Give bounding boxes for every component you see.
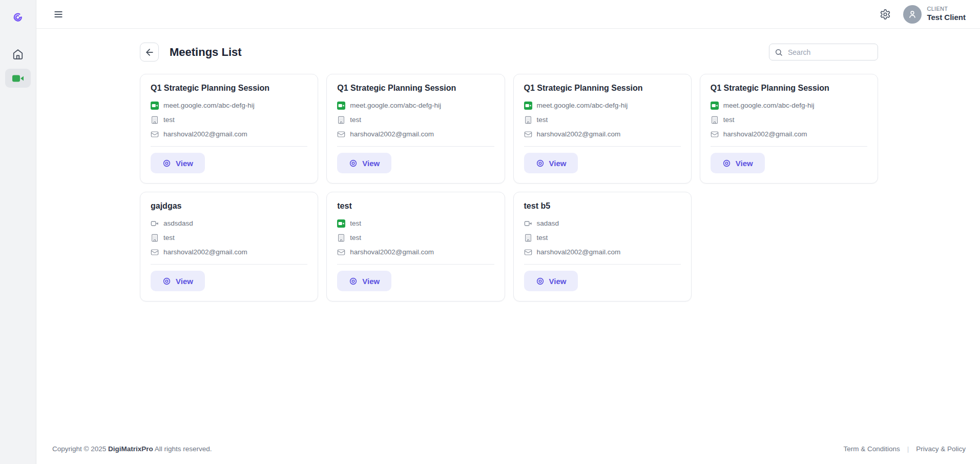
meeting-email-text: harshoval2002@gmail.com — [537, 247, 621, 257]
topbar-right: CLIENT Test Client — [879, 5, 966, 24]
meeting-email-row: harshoval2002@gmail.com — [151, 129, 307, 139]
eye-icon — [536, 277, 545, 286]
view-button-label: View — [362, 159, 380, 168]
mail-icon — [151, 130, 159, 138]
building-icon — [337, 116, 345, 124]
meeting-link-text: sadasd — [537, 218, 559, 228]
meeting-title: Q1 Strategic Planning Session — [151, 84, 307, 93]
privacy-link[interactable]: Privacy & Policy — [916, 445, 966, 453]
card-divider — [524, 264, 681, 265]
footer-brand: DigiMatrixPro — [108, 445, 153, 453]
terms-link[interactable]: Term & Conditions — [843, 445, 900, 453]
meeting-organization-text: test — [163, 115, 175, 125]
view-button[interactable]: View — [524, 153, 578, 173]
building-icon — [337, 234, 345, 242]
meeting-link-text: meet.google.com/abc-defg-hij — [350, 100, 441, 110]
building-icon — [151, 116, 159, 124]
view-button[interactable]: View — [337, 153, 391, 173]
meeting-card: test b5 sadasd test — [513, 192, 692, 301]
meeting-organization-row: test — [151, 233, 307, 243]
card-divider — [524, 146, 681, 147]
meeting-organization-row: test — [711, 115, 867, 125]
building-icon — [524, 116, 532, 124]
meeting-title: gajdgas — [151, 201, 307, 211]
meeting-link-text: meet.google.com/abc-defg-hij — [537, 100, 628, 110]
eye-icon — [162, 277, 171, 286]
meeting-link-row: meet.google.com/abc-defg-hij — [337, 100, 494, 110]
meet-video-icon — [524, 102, 532, 110]
sidebar-nav — [5, 44, 31, 88]
digimatrixpro-swirl-logo — [12, 11, 24, 24]
meeting-title: test b5 — [524, 201, 681, 211]
view-button[interactable]: View — [151, 153, 205, 173]
search-box — [769, 44, 878, 60]
meetings-grid: Q1 Strategic Planning Session meet.googl… — [140, 74, 878, 301]
meeting-link-row: meet.google.com/abc-defg-hij — [524, 100, 681, 110]
card-divider — [711, 146, 867, 147]
user-role: CLIENT — [927, 6, 966, 13]
gear-icon[interactable] — [879, 8, 892, 21]
copyright-suffix: All rights reserved. — [155, 445, 212, 453]
arrow-left-icon — [144, 47, 155, 57]
card-divider — [151, 264, 307, 265]
meeting-link-row: asdsdasd — [151, 218, 307, 228]
meeting-card: test test test — [326, 192, 505, 301]
sidebar-item-meetings[interactable] — [5, 69, 31, 88]
meeting-email-text: harshoval2002@gmail.com — [537, 129, 621, 139]
meeting-email-row: harshoval2002@gmail.com — [151, 247, 307, 257]
mail-icon — [711, 130, 719, 138]
mail-icon — [151, 248, 159, 256]
meet-video-icon — [711, 102, 719, 110]
meeting-organization-row: test — [151, 115, 307, 125]
plain-video-icon — [524, 219, 532, 228]
eye-icon — [536, 159, 545, 168]
mail-icon — [337, 130, 345, 138]
back-button[interactable] — [140, 43, 159, 62]
meet-video-icon — [151, 102, 159, 110]
mail-icon — [337, 248, 345, 256]
footer-links: Term & Conditions | Privacy & Policy — [843, 445, 966, 453]
meeting-card: Q1 Strategic Planning Session meet.googl… — [140, 74, 318, 184]
sidebar-item-home[interactable] — [7, 44, 29, 65]
meeting-title: Q1 Strategic Planning Session — [337, 84, 494, 93]
page-title: Meetings List — [170, 46, 242, 59]
search-input[interactable] — [787, 48, 872, 57]
building-icon — [524, 234, 532, 242]
meeting-email-text: harshoval2002@gmail.com — [723, 129, 807, 139]
hamburger-menu-icon[interactable] — [51, 7, 66, 22]
plain-video-icon — [151, 219, 159, 228]
view-button-label: View — [549, 159, 567, 168]
view-button[interactable]: View — [151, 271, 205, 291]
footer-links-separator: | — [907, 445, 909, 453]
user-text: CLIENT Test Client — [927, 6, 966, 23]
content: Meetings List Q1 Strategic Planning Sess… — [36, 29, 980, 438]
building-icon — [151, 234, 159, 242]
meeting-email-row: harshoval2002@gmail.com — [524, 129, 681, 139]
meeting-title: Q1 Strategic Planning Session — [524, 84, 681, 93]
view-button-label: View — [362, 277, 380, 286]
eye-icon — [349, 159, 358, 168]
view-button[interactable]: View — [337, 271, 391, 291]
meeting-organization-text: test — [723, 115, 735, 125]
meeting-card: Q1 Strategic Planning Session meet.googl… — [700, 74, 878, 184]
eye-icon — [349, 277, 358, 286]
meeting-organization-text: test — [537, 115, 548, 125]
meeting-email-row: harshoval2002@gmail.com — [337, 129, 494, 139]
mail-icon — [524, 130, 532, 138]
home-icon — [12, 49, 24, 60]
view-button[interactable]: View — [524, 271, 578, 291]
eye-icon — [722, 159, 731, 168]
sidebar — [0, 0, 36, 464]
meeting-organization-row: test — [524, 233, 681, 243]
meeting-title: test — [337, 201, 494, 211]
meeting-email-row: harshoval2002@gmail.com — [524, 247, 681, 257]
search-icon — [775, 48, 783, 56]
meeting-title: Q1 Strategic Planning Session — [711, 84, 867, 93]
meeting-card: gajdgas asdsdasd test — [140, 192, 318, 301]
view-button[interactable]: View — [711, 153, 765, 173]
meeting-link-text: test — [350, 218, 361, 228]
meeting-email-row: harshoval2002@gmail.com — [337, 247, 494, 257]
user-menu[interactable]: CLIENT Test Client — [903, 5, 966, 24]
meeting-email-row: harshoval2002@gmail.com — [711, 129, 867, 139]
card-divider — [337, 264, 494, 265]
